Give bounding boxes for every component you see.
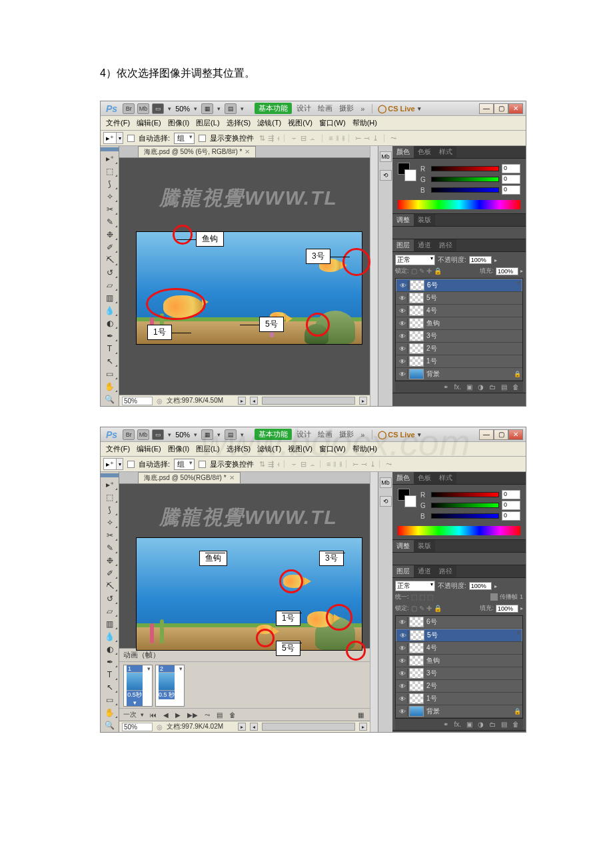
b-slider[interactable] [431,187,499,193]
tab-styles[interactable]: 样式 [435,146,456,158]
timeline-toggle-icon[interactable]: ▦ [356,711,366,719]
mini-history-icon[interactable]: ⟲ [380,170,392,181]
canvas-stage[interactable]: 騰龍視覺WWW.TL [119,158,370,395]
tab-color[interactable]: 颜色 [392,146,414,158]
cslive-button[interactable]: CS Live▾ [378,104,422,113]
first-frame-icon[interactable]: ⏮ [148,711,159,719]
menu-view[interactable]: 视图(V) [285,117,315,129]
wand-tool[interactable]: ✧ [102,191,118,203]
shape-tool[interactable]: ▭ [102,368,118,380]
scroll-left-icon[interactable]: ◂ [250,397,258,405]
fill-field[interactable]: 100% [496,267,518,275]
workspace-more[interactable]: » [358,105,366,113]
menu-filter[interactable]: 滤镜(T) [255,117,284,129]
workspace-design[interactable]: 设计 [295,103,313,113]
zoom-tool[interactable]: 🔍 [102,393,118,405]
bridge-icon[interactable]: Br [123,429,135,440]
show-transform-checkbox[interactable] [199,135,206,142]
gradient-tool[interactable]: ▥ [102,292,118,304]
lock-all-icon[interactable]: 🔒 [434,267,442,275]
tab-channels[interactable]: 通道 [414,239,435,251]
blur-tool[interactable]: 💧 [102,305,118,317]
minibridge-icon[interactable]: Mb [137,103,149,114]
auto-select-checkbox[interactable] [127,135,135,142]
stamp-tool[interactable]: ⛏ [102,254,118,266]
history-brush-tool[interactable]: ↺ [102,267,118,279]
menu-file[interactable]: 文件(F) [103,117,133,129]
prev-frame-icon[interactable]: ◀ [161,711,171,719]
lock-paint-icon[interactable]: ✎ [419,267,424,275]
eyedropper-tool[interactable]: ✎ [102,216,118,228]
heal-tool[interactable]: ❉ [102,229,118,241]
scroll-right-icon[interactable]: ▸ [359,397,367,405]
loop-select[interactable]: 一次 [123,710,137,719]
lock-pos-icon[interactable]: ✚ [426,267,432,275]
layer-item-bg[interactable]: 👁背景🔒 [396,368,522,381]
hue-ramp[interactable] [398,200,520,209]
workspace-tab-basic[interactable]: 基本功能 [255,103,292,114]
new-frame-icon[interactable]: ▤ [215,711,225,719]
anim-frame-1[interactable]: 10.5秒▾ [123,665,153,707]
minibridge-icon[interactable]: Mb [137,429,149,440]
r-slider[interactable] [431,166,499,171]
marquee-tool[interactable]: ⬚ [102,165,118,177]
menu-window[interactable]: 窗口(W) [316,117,348,129]
b-value[interactable]: 0 [502,185,520,195]
bridge-icon[interactable]: Br [123,103,135,114]
lock-pixels-icon[interactable]: ▢ [411,267,417,275]
menu-help[interactable]: 帮助(H) [350,117,380,129]
move-tool[interactable]: ▸⁺ [102,153,118,165]
document-tab[interactable]: 海底.psd @ 50% (6号, RGB/8#) *✕ [138,146,256,157]
mini-mb-icon[interactable]: Mb [380,151,392,162]
layer-item-5[interactable]: 👁5号 [396,292,522,305]
screenmode-icon[interactable]: ▭ [152,429,164,440]
visibility-icon[interactable]: 👁 [398,281,408,290]
status-more-icon[interactable]: ▸ [238,397,246,405]
arrange-docs-icon[interactable]: ▦ [201,429,213,440]
new-layer-icon[interactable]: ▤ [500,383,508,391]
tween-icon[interactable]: ⤳ [203,711,212,719]
blend-mode-select[interactable]: 正常 [395,255,435,265]
layer-item-1[interactable]: 👁1号 [396,355,522,368]
group-icon[interactable]: 🗀 [488,383,497,391]
tab-paths[interactable]: 路径 [435,239,456,251]
link-layers-icon[interactable]: ⚭ [442,383,450,391]
tab-layers[interactable]: 图层 [392,239,414,251]
workspace-paint[interactable]: 绘画 [316,103,334,113]
menu-layer[interactable]: 图层(L) [193,117,222,129]
hand-tool[interactable]: ✋ [102,381,118,393]
trash-icon[interactable]: 🗑 [511,383,520,391]
current-tool-icon[interactable]: ▸⁺▾ [103,132,123,144]
screenmode-icon[interactable]: ▭ [152,103,164,114]
menu-image[interactable]: 图像(I) [165,117,192,129]
type-tool[interactable]: T [102,343,118,355]
hscroll[interactable] [262,397,355,405]
menu-select[interactable]: 选择(S) [224,117,254,129]
crop-tool[interactable]: ✂ [102,203,118,215]
arrange-docs-icon[interactable]: ▦ [201,103,213,114]
zoom-field[interactable]: 50% [122,397,153,405]
play-icon[interactable]: ▶ [173,711,183,719]
vertical-scrollbar[interactable] [370,146,378,406]
layer-item-hook[interactable]: 👁鱼钩 [396,317,522,330]
anim-frame-2[interactable]: 20.5 秒 [155,665,185,707]
path-tool[interactable]: ↖ [102,355,118,367]
layer-item-2[interactable]: 👁2号 [396,343,522,355]
next-frame-icon[interactable]: ▶▶ [185,711,200,719]
zoom-level[interactable]: 50% [175,105,190,113]
fg-bg-swatch[interactable] [398,163,416,181]
tab-adjust[interactable]: 调整 [392,214,414,226]
menu-edit[interactable]: 编辑(E) [134,117,164,129]
window-minimize[interactable]: — [479,103,494,114]
tab-mask[interactable]: 装版 [414,214,435,226]
g-slider[interactable] [431,177,499,182]
opacity-field[interactable]: 100% [469,256,492,264]
brush-tool[interactable]: ✐ [102,241,118,253]
mask-icon[interactable]: ▣ [465,383,474,391]
workspace-photo[interactable]: 摄影 [337,103,356,113]
adjust-layer-icon[interactable]: ◑ [476,383,485,391]
r-value[interactable]: 0 [502,164,520,173]
close-doc-icon[interactable]: ✕ [245,148,250,155]
trash-frame-icon[interactable]: 🗑 [227,711,238,719]
tab-swatches[interactable]: 色板 [414,146,435,158]
